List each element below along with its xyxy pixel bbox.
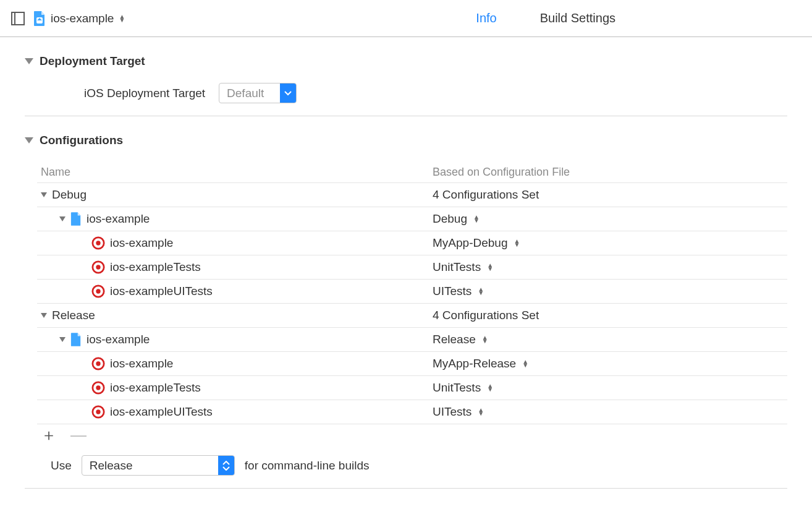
updown-icon [522,360,528,367]
target-name: ios-exampleTests [110,381,201,395]
project-name: ios-example [87,333,150,346]
configurations-table: Name Based on Configuration File Debug 4… [37,162,787,479]
target-icon [91,236,105,250]
config-row-target[interactable]: ios-exampleUITests UITests [37,279,787,303]
config-file[interactable]: MyApp-Debug [433,236,507,250]
config-row-release[interactable]: Release 4 Configurations Set [37,303,787,327]
disclosure-triangle-icon [59,337,66,342]
config-file[interactable]: UITests [433,405,472,419]
config-row-project[interactable]: ios-example Debug [37,207,787,231]
editor-tabs: Info Build Settings [476,11,615,25]
section-divider [25,488,787,489]
section-deployment-target: Deployment Target iOS Deployment Target … [25,37,787,116]
target-name: ios-example [110,236,173,250]
config-file[interactable]: Release [433,333,476,346]
project-name: ios-example [51,12,114,25]
updown-icon [487,384,493,392]
config-row-target[interactable]: ios-exampleTests UnitTests [37,375,787,400]
section-title: Configurations [40,134,123,147]
target-icon [91,285,105,298]
target-icon [91,381,105,395]
chevron-down-icon [280,83,296,103]
tab-build-settings[interactable]: Build Settings [540,11,615,25]
config-summary: 4 Configurations Set [433,309,539,322]
svg-point-12 [96,409,100,414]
updown-icon [473,215,480,223]
column-header-based: Based on Configuration File [433,166,787,179]
disclosure-triangle-icon [41,192,47,197]
config-file[interactable]: UITests [433,285,472,298]
command-line-config-value: Release [82,456,218,475]
add-button[interactable]: ＋ [41,428,56,442]
config-row-project[interactable]: ios-example Release [37,327,787,351]
target-name: ios-example [110,357,173,370]
project-file-icon [70,333,82,346]
svg-point-10 [96,385,100,390]
section-title: Deployment Target [40,54,145,68]
svg-point-6 [96,289,100,293]
deployment-target-value: Default [219,83,280,103]
command-line-config-select[interactable]: Release [82,455,235,476]
target-name: ios-exampleUITests [110,285,213,298]
deployment-target-label: iOS Deployment Target [84,87,205,100]
config-file[interactable]: Debug [433,212,467,226]
panel-toggle-icon[interactable] [11,12,25,25]
deployment-target-row: iOS Deployment Target Default [25,83,787,103]
disclosure-triangle-icon [59,216,66,221]
section-header-configurations[interactable]: Configurations [25,134,787,147]
use-label: Use [51,459,72,473]
remove-button[interactable]: — [70,428,85,442]
section-configurations: Configurations Name Based on Configurati… [25,116,787,501]
section-header-deployment[interactable]: Deployment Target [25,54,787,68]
disclosure-triangle-icon [41,313,47,318]
config-file[interactable]: MyApp-Release [433,357,516,370]
config-row-target[interactable]: ios-exampleTests UnitTests [37,255,787,279]
editor-topbar: ios-example Info Build Settings [0,0,812,37]
updown-icon [478,288,484,295]
config-file[interactable]: UnitTests [433,381,481,395]
config-row-debug[interactable]: Debug 4 Configurations Set [37,182,787,207]
command-line-build-row: Use Release for command-line builds [37,445,787,479]
config-row-target[interactable]: ios-exampleUITests UITests [37,400,787,424]
updown-icon [487,263,493,271]
project-name: ios-example [87,212,150,226]
project-file-icon [70,212,82,226]
config-name: Release [52,309,95,322]
target-icon [91,357,105,370]
use-suffix: for command-line builds [245,459,370,473]
target-icon [91,405,105,419]
target-name: ios-exampleTests [110,260,201,274]
updown-icon [482,336,488,343]
config-row-target[interactable]: ios-example MyApp-Release [37,351,787,375]
svg-point-4 [96,265,100,269]
svg-point-2 [96,241,100,245]
updown-icon [478,408,484,416]
content-area: Deployment Target iOS Deployment Target … [0,37,812,522]
config-summary: 4 Configurations Set [433,188,539,202]
column-header-name: Name [37,166,433,179]
updown-icon [119,15,125,22]
svg-point-8 [96,361,100,366]
project-file-icon [33,11,46,26]
target-name: ios-exampleUITests [110,405,213,419]
config-file[interactable]: UnitTests [433,260,481,274]
deployment-target-select[interactable]: Default [219,83,297,103]
target-icon [91,260,105,274]
configurations-footer: ＋ — [37,424,787,445]
config-name: Debug [52,188,87,202]
updown-icon [514,239,520,247]
project-picker[interactable]: ios-example [33,11,125,26]
config-row-target[interactable]: ios-example MyApp-Debug [37,231,787,255]
disclosure-triangle-icon [25,58,33,64]
updown-icon [218,456,234,475]
table-header-row: Name Based on Configuration File [37,162,787,182]
disclosure-triangle-icon [25,137,33,143]
tab-info[interactable]: Info [476,11,496,25]
